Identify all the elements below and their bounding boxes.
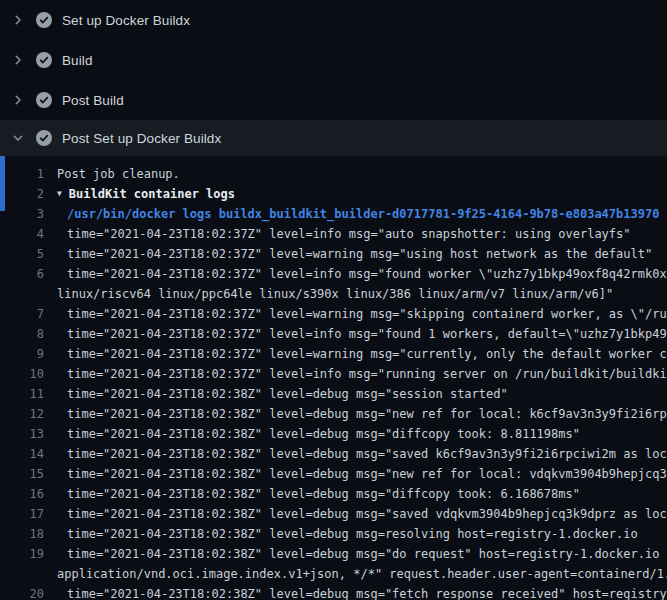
log-text: Post job cleanup. xyxy=(44,164,180,184)
log-text: time="2021-04-23T18:02:37Z" level=warnin… xyxy=(44,244,652,264)
log-line: 9time="2021-04-23T18:02:37Z" level=warni… xyxy=(0,344,667,364)
check-circle-icon xyxy=(36,12,52,28)
check-circle-icon xyxy=(36,92,52,108)
step-row-3[interactable]: Post Set up Docker Buildx xyxy=(0,120,667,156)
log-area: 1Post job cleanup.2▼BuildKit container l… xyxy=(0,156,667,600)
log-line-number[interactable]: 15 xyxy=(0,464,44,484)
log-group-title: BuildKit container logs xyxy=(69,187,235,201)
log-text: time="2021-04-23T18:02:38Z" level=debug … xyxy=(44,524,638,544)
log-line-number[interactable]: 7 xyxy=(0,304,44,324)
log-text: time="2021-04-23T18:02:38Z" level=debug … xyxy=(44,484,580,504)
log-line: 19time="2021-04-23T18:02:38Z" level=debu… xyxy=(0,544,667,564)
log-line: 7time="2021-04-23T18:02:37Z" level=warni… xyxy=(0,304,667,324)
log-line-number[interactable]: 14 xyxy=(0,444,44,464)
log-text: linux/riscv64 linux/ppc64le linux/s390x … xyxy=(44,284,613,304)
log-line-number[interactable]: 12 xyxy=(0,404,44,424)
step-label: Set up Docker Buildx xyxy=(62,13,190,28)
log-line: 2▼BuildKit container logs xyxy=(0,184,667,204)
chevron-right-icon[interactable] xyxy=(10,12,26,28)
step-row-2[interactable]: Post Build xyxy=(0,80,667,120)
group-expanded-triangle-icon: ▼ xyxy=(57,184,62,204)
log-command-text: /usr/bin/docker logs buildx_buildkit_bui… xyxy=(44,204,659,224)
log-line-number[interactable]: 20 xyxy=(0,584,44,600)
log-text: time="2021-04-23T18:02:38Z" level=debug … xyxy=(44,424,580,444)
log-text: time="2021-04-23T18:02:37Z" level=info m… xyxy=(44,264,667,284)
log-line: 13time="2021-04-23T18:02:38Z" level=debu… xyxy=(0,424,667,444)
log-group-summary[interactable]: ▼BuildKit container logs xyxy=(44,184,235,204)
log-line-number[interactable]: 8 xyxy=(0,324,44,344)
check-circle-icon xyxy=(36,130,52,146)
log-text: time="2021-04-23T18:02:37Z" level=info m… xyxy=(44,324,667,344)
chevron-right-icon[interactable] xyxy=(10,92,26,108)
log-text: application/vnd.oci.image.index.v1+json,… xyxy=(44,564,667,584)
log-text: time="2021-04-23T18:02:38Z" level=debug … xyxy=(44,384,508,404)
log-line-number[interactable]: 18 xyxy=(0,524,44,544)
log-text: time="2021-04-23T18:02:38Z" level=debug … xyxy=(44,504,667,524)
log-line: 1Post job cleanup. xyxy=(0,164,667,184)
log-line-number[interactable]: 19 xyxy=(0,544,44,564)
log-line-number[interactable]: 11 xyxy=(0,384,44,404)
log-text: time="2021-04-23T18:02:37Z" level=warnin… xyxy=(44,344,667,364)
log-text: time="2021-04-23T18:02:38Z" level=debug … xyxy=(44,444,667,464)
log-line: 10time="2021-04-23T18:02:37Z" level=info… xyxy=(0,364,667,384)
log-line-continuation: application/vnd.oci.image.index.v1+json,… xyxy=(0,564,667,584)
log-line-number[interactable]: 5 xyxy=(0,244,44,264)
workflow-log-viewer: Set up Docker BuildxBuildPost BuildPost … xyxy=(0,0,667,600)
step-label: Post Build xyxy=(62,93,124,108)
log-line: 5time="2021-04-23T18:02:37Z" level=warni… xyxy=(0,244,667,264)
log-line: 4time="2021-04-23T18:02:37Z" level=info … xyxy=(0,224,667,244)
log-line-number[interactable]: 2 xyxy=(0,184,44,204)
log-line: 8time="2021-04-23T18:02:37Z" level=info … xyxy=(0,324,667,344)
log-line: 15time="2021-04-23T18:02:38Z" level=debu… xyxy=(0,464,667,484)
log-line: 18time="2021-04-23T18:02:38Z" level=debu… xyxy=(0,524,667,544)
step-label: Build xyxy=(62,53,93,68)
log-line-number[interactable]: 17 xyxy=(0,504,44,524)
step-row-0[interactable]: Set up Docker Buildx xyxy=(0,0,667,40)
log-text: time="2021-04-23T18:02:37Z" level=info m… xyxy=(44,224,631,244)
log-line-number[interactable]: 13 xyxy=(0,424,44,444)
log-line: 12time="2021-04-23T18:02:38Z" level=debu… xyxy=(0,404,667,424)
step-row-1[interactable]: Build xyxy=(0,40,667,80)
log-text: time="2021-04-23T18:02:38Z" level=debug … xyxy=(44,404,667,424)
log-line: 3/usr/bin/docker logs buildx_buildkit_bu… xyxy=(0,204,667,224)
log-text: time="2021-04-23T18:02:37Z" level=warnin… xyxy=(44,304,667,324)
log-line-number[interactable]: 10 xyxy=(0,364,44,384)
log-line-number[interactable]: 9 xyxy=(0,344,44,364)
log-line: 17time="2021-04-23T18:02:38Z" level=debu… xyxy=(0,504,667,524)
log-text: time="2021-04-23T18:02:38Z" level=debug … xyxy=(44,584,667,600)
log-line-number[interactable]: 6 xyxy=(0,264,44,284)
step-label: Post Set up Docker Buildx xyxy=(62,131,221,146)
log-line-number[interactable]: 4 xyxy=(0,224,44,244)
log-line-number[interactable]: 3 xyxy=(0,204,44,224)
log-line-continuation: linux/riscv64 linux/ppc64le linux/s390x … xyxy=(0,284,667,304)
log-line-number[interactable]: 1 xyxy=(0,164,44,184)
check-circle-icon xyxy=(36,52,52,68)
log-line: 11time="2021-04-23T18:02:38Z" level=debu… xyxy=(0,384,667,404)
log-line: 20time="2021-04-23T18:02:38Z" level=debu… xyxy=(0,584,667,600)
log-line: 6time="2021-04-23T18:02:37Z" level=info … xyxy=(0,264,667,284)
log-line-number xyxy=(0,564,44,584)
log-text: time="2021-04-23T18:02:38Z" level=debug … xyxy=(44,464,667,484)
log-line-number[interactable]: 16 xyxy=(0,484,44,504)
log-text: time="2021-04-23T18:02:37Z" level=info m… xyxy=(44,364,667,384)
log-line: 16time="2021-04-23T18:02:38Z" level=debu… xyxy=(0,484,667,504)
log-text: time="2021-04-23T18:02:38Z" level=debug … xyxy=(44,544,667,564)
log-line: 14time="2021-04-23T18:02:38Z" level=debu… xyxy=(0,444,667,464)
chevron-right-icon[interactable] xyxy=(10,52,26,68)
chevron-down-icon[interactable] xyxy=(10,130,26,146)
log-line-number xyxy=(0,284,44,304)
steps-list: Set up Docker BuildxBuildPost BuildPost … xyxy=(0,0,667,156)
